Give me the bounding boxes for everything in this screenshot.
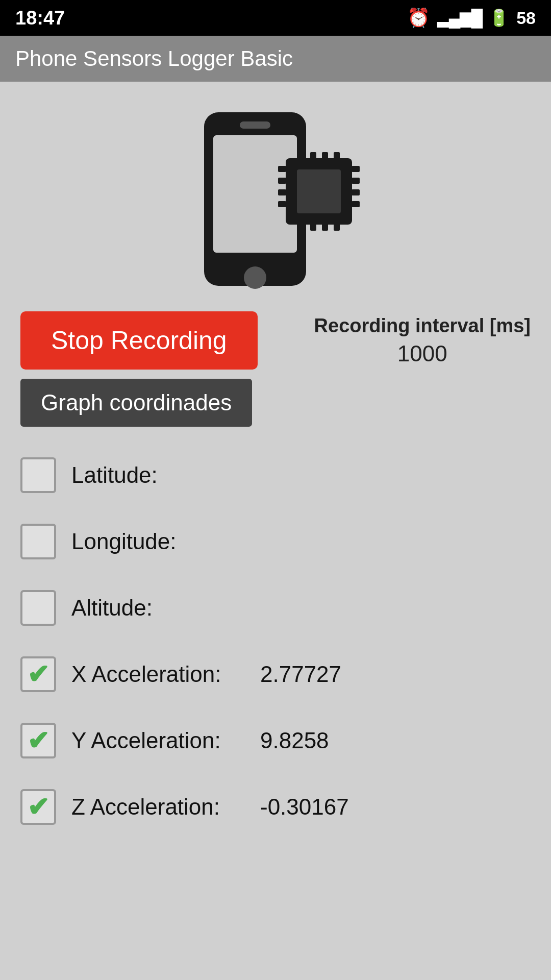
interval-label: Recording interval [ms] <box>314 315 531 337</box>
svg-rect-13 <box>334 223 340 231</box>
svg-rect-19 <box>352 178 360 184</box>
svg-rect-16 <box>278 189 286 195</box>
sensor-value-z-acceleration: -0.30167 <box>260 794 349 820</box>
svg-rect-2 <box>240 121 270 129</box>
checkmark-y-acceleration: ✔ <box>27 727 49 754</box>
signal-icon: ▂▄▆█ <box>437 8 482 28</box>
svg-rect-17 <box>278 201 286 207</box>
svg-rect-21 <box>352 201 360 207</box>
sensor-row-z-acceleration: ✔ Z Acceleration: -0.30167 <box>20 774 531 840</box>
svg-rect-11 <box>310 223 316 231</box>
graph-btn-row: Graph coordinades <box>0 370 551 427</box>
sensor-row-latitude: Latitude: <box>20 442 531 508</box>
checkbox-latitude[interactable] <box>20 457 56 493</box>
sensor-value-y-acceleration: 9.8258 <box>260 728 329 753</box>
sensor-label-longitude: Longitude: <box>71 529 245 554</box>
svg-point-3 <box>244 266 266 289</box>
svg-rect-15 <box>278 178 286 184</box>
battery-icon: 🔋 <box>489 8 509 28</box>
status-right: ⏰ ▂▄▆█ 🔋 58 <box>407 7 536 29</box>
checkbox-x-acceleration[interactable]: ✔ <box>20 656 56 692</box>
sensor-row-longitude: Longitude: <box>20 508 531 575</box>
phone-chip-illustration <box>184 102 367 296</box>
checkbox-altitude[interactable] <box>20 590 56 626</box>
svg-rect-20 <box>352 189 360 195</box>
svg-rect-6 <box>298 152 305 160</box>
checkbox-z-acceleration[interactable]: ✔ <box>20 789 56 825</box>
stop-recording-button[interactable]: Stop Recording <box>20 311 258 370</box>
sensor-row-y-acceleration: ✔ Y Acceleration: 9.8258 <box>20 707 531 774</box>
sensor-label-latitude: Latitude: <box>71 462 245 488</box>
interval-block: Recording interval [ms] 1000 <box>314 315 531 366</box>
svg-rect-5 <box>297 169 341 213</box>
checkbox-y-acceleration[interactable]: ✔ <box>20 723 56 758</box>
app-title: Phone Sensors Logger Basic <box>15 46 293 71</box>
svg-rect-8 <box>322 152 328 160</box>
sensor-label-y-acceleration: Y Acceleration: <box>71 728 245 753</box>
checkmark-z-acceleration: ✔ <box>27 794 49 820</box>
svg-rect-10 <box>298 223 305 231</box>
status-bar: 18:47 ⏰ ▂▄▆█ 🔋 58 <box>0 0 551 36</box>
interval-value: 1000 <box>397 341 447 366</box>
sensor-label-x-acceleration: X Acceleration: <box>71 662 245 687</box>
controls-row: Stop Recording Recording interval [ms] 1… <box>0 306 551 370</box>
app-bar: Phone Sensors Logger Basic <box>0 36 551 82</box>
sensor-value-x-acceleration: 2.77727 <box>260 662 341 687</box>
sensor-label-altitude: Altitude: <box>71 595 245 621</box>
sensor-label-z-acceleration: Z Acceleration: <box>71 794 245 820</box>
svg-rect-9 <box>334 152 340 160</box>
status-left: 18:47 <box>15 7 65 29</box>
svg-rect-12 <box>322 223 328 231</box>
battery-percent: 58 <box>516 8 536 28</box>
svg-rect-18 <box>352 166 360 172</box>
graph-coordinates-button[interactable]: Graph coordinades <box>20 379 252 427</box>
sensor-list: Latitude: Longitude: Altitude: ✔ X Accel… <box>0 427 551 840</box>
app-icon-area <box>0 82 551 306</box>
sensor-row-altitude: Altitude: <box>20 575 531 641</box>
svg-rect-14 <box>278 166 286 172</box>
time-display: 18:47 <box>15 7 65 29</box>
checkbox-longitude[interactable] <box>20 524 56 559</box>
checkmark-x-acceleration: ✔ <box>27 661 49 688</box>
sensor-row-x-acceleration: ✔ X Acceleration: 2.77727 <box>20 641 531 707</box>
alarm-icon: ⏰ <box>407 7 430 29</box>
svg-rect-7 <box>310 152 316 160</box>
